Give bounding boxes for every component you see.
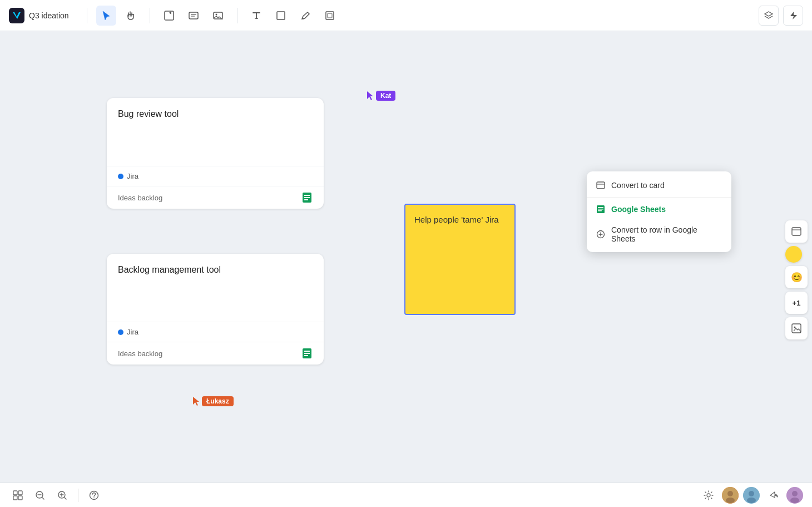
svg-rect-10 [328, 13, 332, 18]
svg-point-6 [215, 13, 217, 15]
svg-rect-19 [597, 182, 605, 189]
svg-point-40 [727, 491, 733, 496]
settings-icon [704, 490, 714, 500]
image-upload-btn[interactable] [785, 317, 808, 339]
toolbar: Q3 ideation [0, 0, 812, 31]
avatar-3-img [786, 487, 803, 504]
zoom-in-btn[interactable] [53, 486, 71, 504]
avatar-1[interactable] [722, 487, 739, 504]
svg-rect-18 [304, 355, 308, 356]
frame-tool[interactable] [320, 6, 340, 26]
context-menu: Convert to card Google Sheets Con [587, 171, 731, 252]
sticky-note[interactable]: Help people 'tame' Jira [404, 204, 516, 315]
sticky-note-tool[interactable] [159, 6, 179, 26]
zoom-out-icon [35, 490, 45, 500]
shape-tool[interactable] [271, 6, 291, 26]
emoji-btn[interactable]: 😊 [785, 266, 808, 288]
svg-point-38 [707, 494, 710, 497]
svg-rect-9 [326, 12, 334, 19]
svg-point-37 [93, 497, 95, 498]
help-icon [89, 490, 99, 500]
lightning-button[interactable] [783, 6, 803, 26]
card-tag-2: Jira [118, 328, 138, 336]
right-toolbar: 😊 +1 [785, 220, 808, 339]
sheets-menu-icon [596, 204, 606, 214]
cursor-kat: Kat [366, 90, 395, 101]
upload-icon [791, 323, 801, 333]
svg-rect-16 [304, 351, 310, 352]
image-icon [212, 10, 224, 21]
card-footer-2: Jira [107, 322, 324, 342]
bottombar [0, 483, 812, 507]
card-title-2: Backlog management tool [118, 265, 313, 275]
toolbar-right [759, 6, 803, 26]
sticky-note-text: Help people 'tame' Jira [414, 214, 499, 225]
svg-rect-26 [792, 228, 801, 235]
google-sheets-label: Google Sheets [611, 205, 666, 214]
color-dot-btn[interactable] [785, 246, 802, 263]
svg-point-29 [794, 327, 796, 328]
card-tag-label-1: Jira [127, 172, 138, 180]
help-btn[interactable] [85, 486, 103, 504]
sticky-note-icon [164, 10, 175, 21]
card-backlog-label-2: Ideas backlog [118, 350, 162, 358]
text-tool[interactable] [246, 6, 266, 26]
svg-rect-13 [304, 197, 310, 198]
svg-rect-24 [598, 210, 602, 211]
svg-point-43 [749, 491, 754, 496]
card-body-2: Backlog management tool [107, 254, 324, 322]
svg-rect-30 [13, 491, 17, 495]
grid-toggle-btn[interactable] [9, 486, 27, 504]
hand-icon [125, 10, 136, 21]
frame-icon [324, 10, 335, 21]
cursor-icon [101, 10, 112, 21]
shape-icon [275, 10, 286, 21]
svg-rect-1 [165, 11, 174, 20]
card-backlog-label-1: Ideas backlog [118, 194, 162, 202]
toolbar-separator-1 [87, 8, 87, 23]
card-title-1: Bug review tool [118, 109, 313, 119]
jira-dot-1 [118, 174, 123, 179]
svg-rect-14 [304, 199, 308, 200]
sheets-icon-1 [301, 192, 313, 203]
card-view-btn[interactable] [785, 220, 808, 243]
card-menu-icon [596, 180, 606, 190]
card-footer-1: Jira [107, 166, 324, 186]
select-tool[interactable] [96, 6, 116, 26]
convert-to-card-item[interactable]: Convert to card [587, 175, 731, 196]
card-bug-review[interactable]: Bug review tool Jira Ideas backlog [107, 98, 324, 209]
layers-icon [764, 11, 774, 21]
card-tag-1: Jira [118, 172, 138, 180]
image-tool[interactable] [208, 6, 228, 26]
svg-point-44 [747, 498, 756, 503]
text-icon [251, 10, 262, 21]
avatar-3[interactable] [786, 487, 803, 504]
menu-divider [587, 197, 731, 198]
layers-button[interactable] [759, 6, 779, 26]
zoom-out-btn[interactable] [31, 486, 49, 504]
share-btn[interactable] [764, 486, 782, 504]
canvas[interactable]: Kat Bug review tool Jira Ideas backlog [0, 31, 812, 483]
avatar-2-img [743, 487, 760, 504]
convert-to-row-label: Convert to row in Google Sheets [611, 225, 722, 243]
card-backlog-mgmt[interactable]: Backlog management tool Jira Ideas backl… [107, 254, 324, 365]
convert-to-row-item[interactable]: Convert to row in Google Sheets [587, 220, 731, 249]
card-footer-backlog-2: Ideas backlog [107, 342, 324, 365]
cursor-lukasz-label: Łukasz [202, 396, 234, 406]
svg-rect-12 [304, 195, 310, 196]
app-title: Q3 ideation [29, 11, 69, 20]
avatar-1-img [722, 487, 739, 504]
svg-rect-23 [598, 209, 603, 210]
plus-one-label: +1 [793, 299, 801, 307]
grid-icon [13, 490, 23, 500]
pen-tool[interactable] [295, 6, 315, 26]
avatar-2[interactable] [743, 487, 760, 504]
svg-rect-0 [9, 8, 24, 23]
card-footer-backlog-1: Ideas backlog [107, 186, 324, 209]
plus-one-btn[interactable]: +1 [785, 292, 808, 314]
toolbar-separator-2 [150, 8, 150, 23]
sheets-icon-2 [301, 348, 313, 359]
hand-tool[interactable] [121, 6, 141, 26]
settings-btn[interactable] [700, 486, 717, 504]
text-area-tool[interactable] [184, 6, 204, 26]
